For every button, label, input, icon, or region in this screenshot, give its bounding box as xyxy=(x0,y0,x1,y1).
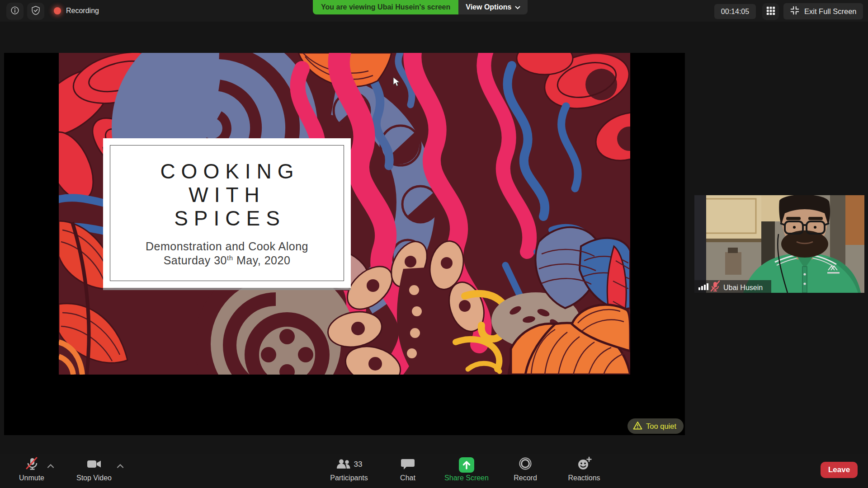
chat-button[interactable]: Chat xyxy=(381,457,435,482)
reactions-smiley-icon xyxy=(576,456,592,473)
slide-subtitle-line1: Demonstration and Cook Along xyxy=(146,239,308,253)
chat-bubble-icon xyxy=(401,456,415,473)
participants-button[interactable]: 33 Participants xyxy=(322,457,376,482)
record-icon xyxy=(518,456,533,473)
view-options-label: View Options xyxy=(466,0,511,14)
reactions-button[interactable]: Reactions xyxy=(557,457,611,482)
too-quiet-label: Too quiet xyxy=(646,422,676,431)
top-bar: Recording You are viewing Ubai Husein's … xyxy=(0,0,868,22)
warning-triangle-icon xyxy=(633,421,642,432)
slide-subtitle: Demonstration and Cook Along Saturday 30… xyxy=(146,239,308,267)
exit-full-screen-button[interactable]: Exit Full Screen xyxy=(783,3,863,19)
share-screen-icon xyxy=(459,457,474,473)
exit-full-screen-label: Exit Full Screen xyxy=(804,7,857,16)
reactions-label: Reactions xyxy=(568,474,600,482)
gallery-view-button[interactable] xyxy=(762,3,779,20)
record-label: Record xyxy=(514,474,537,482)
record-button[interactable]: Record xyxy=(498,457,552,482)
unmute-button[interactable]: Unmute xyxy=(14,457,50,482)
video-options-chevron-up[interactable] xyxy=(117,462,124,470)
presentation-slide: COOKING WITH SPICES Demonstration and Co… xyxy=(59,53,630,375)
chat-label: Chat xyxy=(400,474,415,482)
share-screen-label: Share Screen xyxy=(444,474,489,482)
stop-video-label: Stop Video xyxy=(76,474,112,482)
slide-title-line1: COOKING WITH xyxy=(110,160,344,207)
meeting-timer: 00:14:05 xyxy=(714,4,756,19)
meeting-toolbar: Unmute Stop Video xyxy=(0,454,868,488)
shared-screen-region: COOKING WITH SPICES Demonstration and Co… xyxy=(4,53,685,435)
info-icon xyxy=(9,5,20,18)
viewing-screen-banner-text: You are viewing Ubai Husein's screen xyxy=(313,0,458,14)
unmute-label: Unmute xyxy=(19,474,44,482)
grid-icon xyxy=(766,6,776,18)
mouse-cursor xyxy=(392,77,401,89)
security-button[interactable] xyxy=(27,3,44,20)
participants-label: Participants xyxy=(330,474,368,482)
recording-dot-icon xyxy=(54,7,61,14)
audio-options-chevron-up[interactable] xyxy=(47,462,54,470)
chevron-down-icon xyxy=(515,6,520,9)
share-screen-button[interactable]: Share Screen xyxy=(439,457,494,482)
shield-check-icon xyxy=(30,5,41,18)
slide-subtitle-line2: Saturday 30th May, 2020 xyxy=(146,253,308,267)
stop-video-button[interactable]: Stop Video xyxy=(69,457,119,482)
participants-icon xyxy=(336,457,351,473)
participant-video-thumbnail[interactable]: Ubai Husein xyxy=(694,195,864,293)
participants-count: 33 xyxy=(354,460,363,469)
leave-button[interactable]: Leave xyxy=(821,462,858,478)
too-quiet-warning-badge: Too quiet xyxy=(627,418,684,434)
participant-name-tag: Ubai Husein xyxy=(694,280,771,293)
meeting-info-button[interactable] xyxy=(6,3,24,20)
slide-title-card: COOKING WITH SPICES Demonstration and Co… xyxy=(103,138,351,288)
participant-name: Ubai Husein xyxy=(723,284,763,291)
muted-mic-icon xyxy=(24,456,39,473)
recording-label: Recording xyxy=(66,7,99,15)
view-options-button[interactable]: View Options xyxy=(458,0,528,14)
collapse-icon xyxy=(790,5,800,17)
slide-title-line2: SPICES xyxy=(110,207,344,230)
video-camera-icon xyxy=(86,457,102,473)
screen-share-banner: You are viewing Ubai Husein's screen Vie… xyxy=(313,0,528,14)
